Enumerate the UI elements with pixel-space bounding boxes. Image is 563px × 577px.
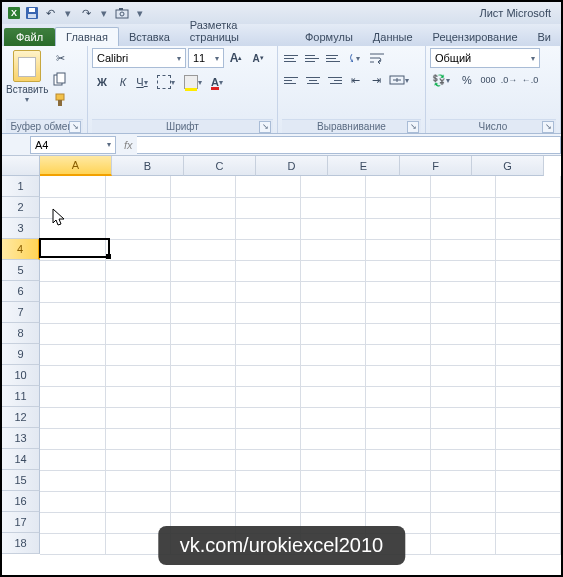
row-header[interactable]: 5 [2,260,40,281]
cell[interactable] [170,365,235,386]
font-color-button[interactable]: A▾ [209,72,229,92]
number-format-combo[interactable]: Общий▾ [430,48,540,68]
cell[interactable] [40,323,105,344]
row-header[interactable]: 3 [2,218,40,239]
cell[interactable] [235,239,300,260]
cell[interactable] [170,407,235,428]
cell[interactable] [430,407,495,428]
cell[interactable] [170,281,235,302]
cell[interactable] [495,239,560,260]
cell[interactable] [235,302,300,323]
cell[interactable] [300,386,365,407]
cell[interactable] [40,533,105,554]
cell[interactable] [430,323,495,344]
undo-dropdown-icon[interactable]: ▾ [60,5,76,21]
cell[interactable] [495,197,560,218]
cell[interactable] [105,281,170,302]
cell[interactable] [105,470,170,491]
cell[interactable] [430,386,495,407]
cell[interactable] [170,302,235,323]
tab-view[interactable]: Ви [528,28,561,46]
cell[interactable] [430,344,495,365]
cell[interactable] [430,260,495,281]
cell[interactable] [495,281,560,302]
cell[interactable] [40,302,105,323]
cell[interactable] [365,449,430,470]
cell[interactable] [430,218,495,239]
column-header[interactable]: G [472,156,544,176]
cell[interactable] [300,365,365,386]
cell[interactable] [40,449,105,470]
cell[interactable] [170,386,235,407]
cell[interactable] [40,176,105,197]
cell[interactable] [430,512,495,533]
cell[interactable] [300,344,365,365]
row-header[interactable]: 6 [2,281,40,302]
cell[interactable] [170,323,235,344]
cell[interactable] [235,176,300,197]
cell[interactable] [105,176,170,197]
align-top-button[interactable] [282,48,302,68]
cell[interactable] [495,176,560,197]
cell[interactable] [40,365,105,386]
row-header[interactable]: 7 [2,302,40,323]
format-painter-button[interactable] [50,90,70,110]
cell[interactable] [235,491,300,512]
cell[interactable] [105,407,170,428]
cell[interactable] [170,491,235,512]
shrink-font-button[interactable]: A▾ [248,48,268,68]
cell[interactable] [40,386,105,407]
cell[interactable] [235,407,300,428]
cell[interactable] [300,323,365,344]
alignment-dialog-icon[interactable]: ↘ [407,121,419,133]
cell[interactable] [40,197,105,218]
percent-button[interactable]: % [457,70,477,90]
cell[interactable] [170,260,235,281]
cell[interactable] [365,428,430,449]
cell[interactable] [430,176,495,197]
clipboard-dialog-icon[interactable]: ↘ [69,121,81,133]
cell[interactable] [365,260,430,281]
number-dialog-icon[interactable]: ↘ [542,121,554,133]
cell[interactable] [235,365,300,386]
cell[interactable] [430,428,495,449]
formula-input[interactable] [137,136,561,154]
cell[interactable] [300,197,365,218]
row-header[interactable]: 4 [2,239,40,260]
column-header[interactable]: B [112,156,184,176]
decrease-indent-button[interactable]: ⇤ [345,70,365,90]
cell[interactable] [40,491,105,512]
cell[interactable] [365,218,430,239]
bold-button[interactable]: Ж [92,72,112,92]
cell[interactable] [495,365,560,386]
cell[interactable] [105,260,170,281]
cell[interactable] [495,449,560,470]
tab-home[interactable]: Главная [55,27,119,46]
column-header[interactable]: F [400,156,472,176]
cell[interactable] [365,386,430,407]
tab-formulas[interactable]: Формулы [295,28,363,46]
cell[interactable] [40,428,105,449]
cell[interactable] [170,239,235,260]
align-bottom-button[interactable] [324,48,344,68]
cell[interactable] [235,281,300,302]
row-header[interactable]: 12 [2,407,40,428]
cell[interactable] [170,218,235,239]
cell[interactable] [300,407,365,428]
row-header[interactable]: 8 [2,323,40,344]
cell[interactable] [430,533,495,554]
cell[interactable] [40,512,105,533]
cell[interactable] [235,470,300,491]
row-header[interactable]: 2 [2,197,40,218]
cell[interactable] [105,323,170,344]
cell[interactable] [430,197,495,218]
paste-button[interactable]: Вставить ▾ [6,48,48,104]
cell[interactable] [495,470,560,491]
increase-decimal-button[interactable]: .0→ [499,70,519,90]
cell[interactable] [300,470,365,491]
row-header[interactable]: 14 [2,449,40,470]
font-name-combo[interactable]: Calibri▾ [92,48,186,68]
row-header[interactable]: 15 [2,470,40,491]
cell[interactable] [495,407,560,428]
name-box[interactable]: A4▾ [30,136,116,154]
